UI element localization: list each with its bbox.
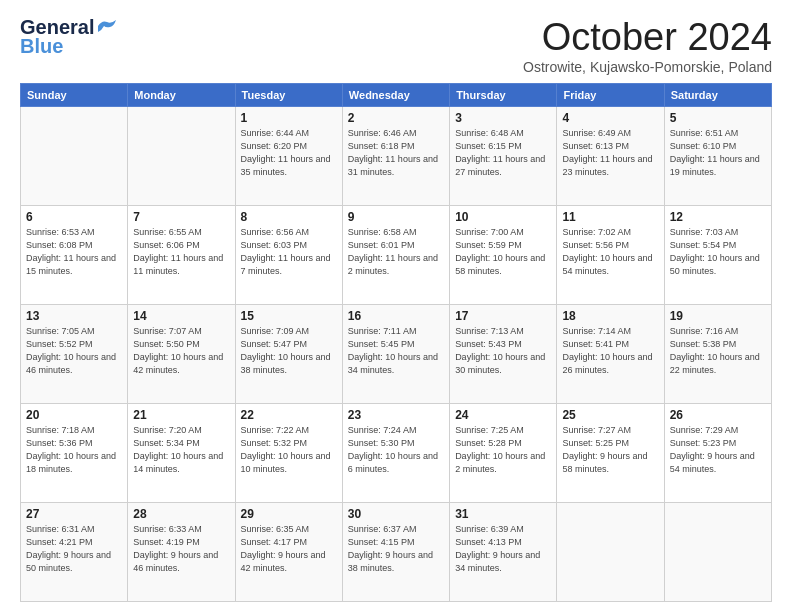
table-row: 14Sunrise: 7:07 AMSunset: 5:50 PMDayligh… (128, 305, 235, 404)
day-info: Sunrise: 7:14 AMSunset: 5:41 PMDaylight:… (562, 325, 658, 377)
day-number: 9 (348, 210, 444, 224)
day-info: Sunrise: 7:27 AMSunset: 5:25 PMDaylight:… (562, 424, 658, 476)
day-number: 12 (670, 210, 766, 224)
day-number: 6 (26, 210, 122, 224)
calendar-header-row: Sunday Monday Tuesday Wednesday Thursday… (21, 84, 772, 107)
day-info: Sunrise: 7:24 AMSunset: 5:30 PMDaylight:… (348, 424, 444, 476)
table-row: 10Sunrise: 7:00 AMSunset: 5:59 PMDayligh… (450, 206, 557, 305)
day-info: Sunrise: 6:51 AMSunset: 6:10 PMDaylight:… (670, 127, 766, 179)
day-info: Sunrise: 7:11 AMSunset: 5:45 PMDaylight:… (348, 325, 444, 377)
calendar-week-row: 1Sunrise: 6:44 AMSunset: 6:20 PMDaylight… (21, 107, 772, 206)
col-friday: Friday (557, 84, 664, 107)
day-number: 11 (562, 210, 658, 224)
table-row: 7Sunrise: 6:55 AMSunset: 6:06 PMDaylight… (128, 206, 235, 305)
table-row: 15Sunrise: 7:09 AMSunset: 5:47 PMDayligh… (235, 305, 342, 404)
table-row: 19Sunrise: 7:16 AMSunset: 5:38 PMDayligh… (664, 305, 771, 404)
day-number: 3 (455, 111, 551, 125)
table-row: 20Sunrise: 7:18 AMSunset: 5:36 PMDayligh… (21, 404, 128, 503)
table-row: 6Sunrise: 6:53 AMSunset: 6:08 PMDaylight… (21, 206, 128, 305)
day-info: Sunrise: 7:07 AMSunset: 5:50 PMDaylight:… (133, 325, 229, 377)
calendar-week-row: 6Sunrise: 6:53 AMSunset: 6:08 PMDaylight… (21, 206, 772, 305)
day-number: 29 (241, 507, 337, 521)
day-number: 10 (455, 210, 551, 224)
logo: General Blue (20, 16, 118, 58)
day-info: Sunrise: 6:31 AMSunset: 4:21 PMDaylight:… (26, 523, 122, 575)
col-wednesday: Wednesday (342, 84, 449, 107)
table-row: 3Sunrise: 6:48 AMSunset: 6:15 PMDaylight… (450, 107, 557, 206)
day-number: 7 (133, 210, 229, 224)
day-number: 1 (241, 111, 337, 125)
day-number: 20 (26, 408, 122, 422)
day-number: 31 (455, 507, 551, 521)
table-row: 24Sunrise: 7:25 AMSunset: 5:28 PMDayligh… (450, 404, 557, 503)
calendar-week-row: 20Sunrise: 7:18 AMSunset: 5:36 PMDayligh… (21, 404, 772, 503)
table-row: 13Sunrise: 7:05 AMSunset: 5:52 PMDayligh… (21, 305, 128, 404)
table-row: 23Sunrise: 7:24 AMSunset: 5:30 PMDayligh… (342, 404, 449, 503)
day-info: Sunrise: 6:37 AMSunset: 4:15 PMDaylight:… (348, 523, 444, 575)
day-info: Sunrise: 7:13 AMSunset: 5:43 PMDaylight:… (455, 325, 551, 377)
month-title: October 2024 (523, 16, 772, 59)
calendar-table: Sunday Monday Tuesday Wednesday Thursday… (20, 83, 772, 602)
table-row: 27Sunrise: 6:31 AMSunset: 4:21 PMDayligh… (21, 503, 128, 602)
day-info: Sunrise: 7:25 AMSunset: 5:28 PMDaylight:… (455, 424, 551, 476)
day-info: Sunrise: 7:22 AMSunset: 5:32 PMDaylight:… (241, 424, 337, 476)
day-number: 30 (348, 507, 444, 521)
day-info: Sunrise: 6:48 AMSunset: 6:15 PMDaylight:… (455, 127, 551, 179)
day-number: 15 (241, 309, 337, 323)
table-row: 11Sunrise: 7:02 AMSunset: 5:56 PMDayligh… (557, 206, 664, 305)
day-number: 16 (348, 309, 444, 323)
table-row: 26Sunrise: 7:29 AMSunset: 5:23 PMDayligh… (664, 404, 771, 503)
table-row: 18Sunrise: 7:14 AMSunset: 5:41 PMDayligh… (557, 305, 664, 404)
page: General Blue October 2024 Ostrowite, Kuj… (0, 0, 792, 612)
day-number: 26 (670, 408, 766, 422)
table-row: 29Sunrise: 6:35 AMSunset: 4:17 PMDayligh… (235, 503, 342, 602)
day-info: Sunrise: 7:02 AMSunset: 5:56 PMDaylight:… (562, 226, 658, 278)
day-info: Sunrise: 6:53 AMSunset: 6:08 PMDaylight:… (26, 226, 122, 278)
day-info: Sunrise: 6:58 AMSunset: 6:01 PMDaylight:… (348, 226, 444, 278)
table-row: 22Sunrise: 7:22 AMSunset: 5:32 PMDayligh… (235, 404, 342, 503)
col-tuesday: Tuesday (235, 84, 342, 107)
table-row: 4Sunrise: 6:49 AMSunset: 6:13 PMDaylight… (557, 107, 664, 206)
table-row: 2Sunrise: 6:46 AMSunset: 6:18 PMDaylight… (342, 107, 449, 206)
day-info: Sunrise: 7:05 AMSunset: 5:52 PMDaylight:… (26, 325, 122, 377)
day-info: Sunrise: 6:55 AMSunset: 6:06 PMDaylight:… (133, 226, 229, 278)
day-info: Sunrise: 6:56 AMSunset: 6:03 PMDaylight:… (241, 226, 337, 278)
day-info: Sunrise: 6:49 AMSunset: 6:13 PMDaylight:… (562, 127, 658, 179)
day-number: 19 (670, 309, 766, 323)
table-row: 9Sunrise: 6:58 AMSunset: 6:01 PMDaylight… (342, 206, 449, 305)
table-row (128, 107, 235, 206)
col-thursday: Thursday (450, 84, 557, 107)
day-number: 18 (562, 309, 658, 323)
col-saturday: Saturday (664, 84, 771, 107)
day-number: 8 (241, 210, 337, 224)
table-row: 12Sunrise: 7:03 AMSunset: 5:54 PMDayligh… (664, 206, 771, 305)
day-number: 5 (670, 111, 766, 125)
header: General Blue October 2024 Ostrowite, Kuj… (20, 16, 772, 75)
table-row: 8Sunrise: 6:56 AMSunset: 6:03 PMDaylight… (235, 206, 342, 305)
calendar-week-row: 27Sunrise: 6:31 AMSunset: 4:21 PMDayligh… (21, 503, 772, 602)
calendar-week-row: 13Sunrise: 7:05 AMSunset: 5:52 PMDayligh… (21, 305, 772, 404)
day-info: Sunrise: 7:29 AMSunset: 5:23 PMDaylight:… (670, 424, 766, 476)
table-row: 28Sunrise: 6:33 AMSunset: 4:19 PMDayligh… (128, 503, 235, 602)
table-row: 21Sunrise: 7:20 AMSunset: 5:34 PMDayligh… (128, 404, 235, 503)
col-monday: Monday (128, 84, 235, 107)
day-info: Sunrise: 6:33 AMSunset: 4:19 PMDaylight:… (133, 523, 229, 575)
title-block: October 2024 Ostrowite, Kujawsko-Pomorsk… (523, 16, 772, 75)
day-number: 25 (562, 408, 658, 422)
day-info: Sunrise: 7:18 AMSunset: 5:36 PMDaylight:… (26, 424, 122, 476)
col-sunday: Sunday (21, 84, 128, 107)
day-info: Sunrise: 6:46 AMSunset: 6:18 PMDaylight:… (348, 127, 444, 179)
day-number: 22 (241, 408, 337, 422)
logo-bird-icon (96, 18, 118, 34)
day-info: Sunrise: 7:00 AMSunset: 5:59 PMDaylight:… (455, 226, 551, 278)
day-number: 4 (562, 111, 658, 125)
day-number: 24 (455, 408, 551, 422)
location-subtitle: Ostrowite, Kujawsko-Pomorskie, Poland (523, 59, 772, 75)
day-number: 13 (26, 309, 122, 323)
table-row: 31Sunrise: 6:39 AMSunset: 4:13 PMDayligh… (450, 503, 557, 602)
table-row: 1Sunrise: 6:44 AMSunset: 6:20 PMDaylight… (235, 107, 342, 206)
table-row: 5Sunrise: 6:51 AMSunset: 6:10 PMDaylight… (664, 107, 771, 206)
table-row: 25Sunrise: 7:27 AMSunset: 5:25 PMDayligh… (557, 404, 664, 503)
table-row (21, 107, 128, 206)
day-number: 28 (133, 507, 229, 521)
